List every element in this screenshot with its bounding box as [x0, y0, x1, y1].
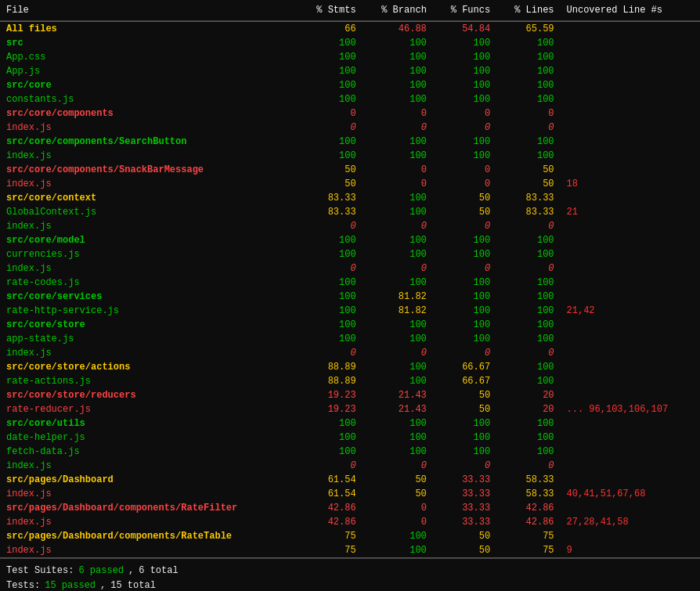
cell-stmts: 100 — [298, 304, 362, 318]
cell-funcs: 66.67 — [433, 374, 496, 388]
cell-stmts: 100 — [298, 36, 362, 50]
footer-suites-line: Test Suites: 6 passed, 6 total — [6, 564, 694, 578]
cell-file: src/core/utils — [0, 416, 298, 431]
cell-file: index.js — [0, 515, 298, 529]
cell-stmts: 100 — [298, 149, 362, 163]
cell-lines: 100 — [496, 431, 560, 445]
table-row: src100100100100 — [0, 36, 700, 50]
cell-stmts: 61.54 — [298, 473, 362, 487]
cell-uncovered — [561, 233, 700, 247]
cell-lines: 0 — [496, 459, 560, 473]
table-row: index.js0000 — [0, 459, 700, 473]
cell-branch: 100 — [363, 416, 433, 431]
cell-funcs: 33.33 — [433, 515, 496, 529]
cell-funcs: 50 — [433, 191, 496, 205]
cell-stmts: 100 — [298, 431, 362, 445]
cell-stmts: 50 — [298, 177, 362, 191]
cell-uncovered — [561, 36, 700, 50]
cell-branch: 0 — [363, 163, 433, 177]
cell-file: index.js — [0, 459, 298, 473]
cell-uncovered: ... 96,103,106,107 — [561, 402, 700, 416]
cell-file: index.js — [0, 543, 298, 557]
cell-funcs: 100 — [433, 78, 496, 92]
cell-uncovered: 40,41,51,67,68 — [561, 487, 700, 501]
cell-uncovered — [561, 416, 700, 431]
cell-uncovered — [561, 374, 700, 388]
cell-file: src/core/store/reducers — [0, 388, 298, 402]
table-row: fetch-data.js100100100100 — [0, 445, 700, 459]
cell-stmts: 100 — [298, 416, 362, 431]
cell-branch: 100 — [363, 135, 433, 149]
cell-funcs: 0 — [433, 219, 496, 233]
footer: Test Suites: 6 passed, 6 total Tests: 15… — [0, 558, 700, 591]
cell-funcs: 100 — [433, 416, 496, 431]
table-row: index.js0000 — [0, 219, 700, 233]
table-row: GlobalContext.js83.331005083.3321 — [0, 205, 700, 219]
cell-funcs: 100 — [433, 445, 496, 459]
cell-lines: 100 — [496, 78, 560, 92]
table-row: App.js100100100100 — [0, 64, 700, 78]
cell-funcs: 50 — [433, 529, 496, 543]
cell-funcs: 100 — [433, 276, 496, 290]
cell-file: index.js — [0, 121, 298, 135]
cell-branch: 100 — [363, 318, 433, 332]
cell-funcs: 33.33 — [433, 473, 496, 487]
cell-stmts: 100 — [298, 332, 362, 346]
cell-branch: 100 — [363, 247, 433, 261]
cell-file: GlobalContext.js — [0, 205, 298, 219]
cell-file: src/pages/Dashboard/components/RateFilte… — [0, 501, 298, 515]
cell-lines: 0 — [496, 261, 560, 276]
cell-uncovered: 18 — [561, 177, 700, 191]
cell-funcs: 100 — [433, 304, 496, 318]
cell-file: app-state.js — [0, 332, 298, 346]
cell-lines: 75 — [496, 543, 560, 557]
cell-funcs: 0 — [433, 261, 496, 276]
table-row: rate-actions.js88.8910066.67100 — [0, 374, 700, 388]
table-row: src/core/utils100100100100 — [0, 416, 700, 431]
cell-stmts: 100 — [298, 318, 362, 332]
cell-lines: 100 — [496, 92, 560, 106]
cell-uncovered — [561, 529, 700, 543]
cell-branch: 100 — [363, 332, 433, 346]
cell-funcs: 100 — [433, 64, 496, 78]
cell-funcs: 50 — [433, 402, 496, 416]
cell-uncovered: 9 — [561, 543, 700, 557]
table-row: src/core/model100100100100 — [0, 233, 700, 247]
cell-stmts: 0 — [298, 346, 362, 360]
cell-branch: 100 — [363, 445, 433, 459]
cell-branch: 100 — [363, 360, 433, 374]
table-row: src/core/store/actions88.8910066.67100 — [0, 360, 700, 374]
cell-lines: 0 — [496, 121, 560, 135]
table-row: index.js0000 — [0, 261, 700, 276]
cell-uncovered — [561, 473, 700, 487]
cell-lines: 83.33 — [496, 191, 560, 205]
cell-stmts: 50 — [298, 163, 362, 177]
table-row: src/pages/Dashboard/components/RateFilte… — [0, 501, 700, 515]
cell-branch: 0 — [363, 501, 433, 515]
cell-funcs: 0 — [433, 106, 496, 121]
col-header-branch: % Branch — [363, 0, 433, 21]
footer-tests-line: Tests: 15 passed, 15 total — [6, 578, 694, 591]
cell-funcs: 0 — [433, 121, 496, 135]
cell-stmts: 19.23 — [298, 402, 362, 416]
cell-file: src/core/services — [0, 290, 298, 304]
cell-lines: 100 — [496, 247, 560, 261]
cell-funcs: 100 — [433, 431, 496, 445]
cell-file: rate-codes.js — [0, 276, 298, 290]
cell-file: src/core/context — [0, 191, 298, 205]
cell-funcs: 0 — [433, 177, 496, 191]
table-row: src/core/components/SnackBarMessage50005… — [0, 163, 700, 177]
col-header-file: File — [0, 0, 298, 21]
cell-lines: 100 — [496, 374, 560, 388]
cell-uncovered — [561, 106, 700, 121]
cell-file: fetch-data.js — [0, 445, 298, 459]
cell-branch: 100 — [363, 149, 433, 163]
cell-file: src/core/components — [0, 106, 298, 121]
cell-uncovered — [561, 247, 700, 261]
cell-uncovered — [561, 290, 700, 304]
cell-lines: 100 — [496, 416, 560, 431]
cell-lines: 100 — [496, 304, 560, 318]
table-row: rate-http-service.js10081.8210010021,42 — [0, 304, 700, 318]
cell-branch: 100 — [363, 276, 433, 290]
cell-funcs: 50 — [433, 205, 496, 219]
